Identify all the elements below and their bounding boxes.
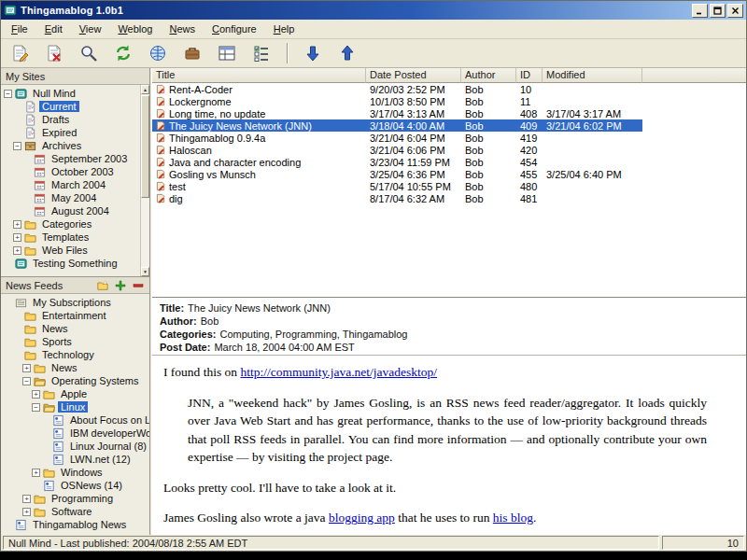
table-row-haloscan[interactable]: Haloscan3/21/04 6:06 PMBob420 [152,144,642,156]
tree-item-ibm-developerworks-lin[interactable]: IBM developerWorks Lin [1,427,149,440]
tree-item-august-2004[interactable]: August 2004 [1,204,140,217]
tree-item-archives[interactable]: −Archives [1,139,140,152]
maximize-button[interactable] [710,4,726,18]
expand-icon[interactable]: + [13,220,21,229]
menu-file[interactable]: File [3,21,36,37]
previous-unread-button[interactable] [334,41,360,65]
expand-icon[interactable]: + [13,233,21,242]
scroll-down-button[interactable]: ▼ [141,267,149,276]
tree-item-technology[interactable]: Technology [1,348,149,361]
tree-item-osnews-14[interactable]: OSNews (14) [1,479,149,492]
tree-item-label: OSNews (14) [58,480,125,491]
menu-news[interactable]: News [161,21,204,37]
tree-item-windows[interactable]: +Windows [1,466,149,479]
calendar-icon [34,192,46,204]
detail-value: Bob [201,315,219,327]
tree-item-march-2004[interactable]: March 2004 [1,178,140,191]
column-header-title[interactable]: Title [152,68,366,83]
body-paragraph-2: JNN, a "weekend hack" by James Gosling, … [188,394,707,467]
close-button[interactable] [727,4,743,18]
weblog-tools-button[interactable] [179,41,205,65]
scroll-up-button[interactable]: ▲ [141,85,149,94]
collapse-icon[interactable]: − [13,142,21,150]
publish-button[interactable] [145,41,171,65]
entry-icon [156,120,166,131]
table-row-test[interactable]: test5/17/04 10:55 PMBob480 [152,180,642,192]
tree-item-null-mind[interactable]: −Null Mind [1,87,140,100]
tree-item-programming[interactable]: +Programming [1,492,149,505]
expand-icon[interactable]: + [32,390,40,399]
body-link-blogging-app[interactable]: blogging app [329,511,395,525]
table-row-long-time-no-update[interactable]: Long time, no update3/17/04 3:13 AMBob40… [152,107,642,119]
table-row-thingamablog-0-9-4a[interactable]: Thingamablog 0.9.4a3/21/04 6:04 PMBob419 [152,132,642,144]
collapse-icon[interactable]: − [22,377,31,385]
column-header-id[interactable]: ID [516,68,543,83]
body-link-http-community-java-net-javadesktop[interactable]: http://community.java.net/javadesktop/ [241,365,438,379]
add-feed-button[interactable] [113,279,127,292]
tree-item-about-focus-on-linux[interactable]: About Focus on Linux [1,413,149,427]
tree-item-operating-systems[interactable]: −Operating Systems [1,374,149,387]
tree-item-news[interactable]: +News [1,361,149,374]
new-folder-button[interactable] [95,279,109,292]
tree-item-templates[interactable]: +Templates [1,231,140,244]
menu-help[interactable]: Help [265,21,303,37]
expand-icon[interactable]: + [22,495,31,503]
news-feeds-actions [95,279,145,292]
view-layout-button[interactable] [214,41,240,65]
my-sites-scrollbar[interactable]: ▲ ▼ [140,85,149,276]
update-feeds-button[interactable] [110,41,136,65]
tree-item-news[interactable]: News [1,322,149,335]
tree-item-may-2004[interactable]: May 2004 [1,191,140,204]
tree-item-current[interactable]: Current [1,100,140,113]
collapse-icon[interactable]: − [32,403,40,412]
menu-weblog[interactable]: Weblog [109,21,161,37]
tree-item-september-2003[interactable]: September 2003 [1,152,140,165]
tree-item-my-subscriptions[interactable]: My Subscriptions [1,296,149,309]
body-link-his-blog[interactable]: his blog [493,511,533,525]
table-row-the-juicy-news-network-jnn[interactable]: The Juicy News Network (JNN)3/18/04 4:00… [152,119,642,132]
expand-icon[interactable]: + [32,469,40,477]
tree-item-software[interactable]: +Software [1,505,149,518]
scroll-thumb[interactable] [141,95,149,198]
tree-item-testing-something[interactable]: Testing Something [1,257,140,270]
remove-feed-button[interactable] [131,279,145,292]
menu-view[interactable]: View [71,21,110,37]
expand-icon[interactable]: + [22,508,31,516]
column-header-modified[interactable]: Modified [543,68,642,83]
tree-item-entertainment[interactable]: Entertainment [1,309,149,322]
expand-icon[interactable]: + [22,364,31,372]
collapse-icon[interactable]: − [4,90,12,98]
tree-item-linux-journal-8[interactable]: Linux Journal (8) [1,440,149,453]
menu-edit[interactable]: Edit [36,21,71,37]
find-button[interactable] [76,41,102,65]
tree-item-apple[interactable]: +Apple [1,387,149,400]
new-entry-button[interactable] [7,41,33,65]
tree-item-categories[interactable]: +Categories [1,217,140,231]
tree-item-lwn-net-12[interactable]: LWN.net (12) [1,453,149,466]
content-area: TitleDate PostedAuthorIDModified Rent-A-… [152,68,746,535]
tree-item-web-files[interactable]: +Web Files [1,244,140,257]
titlebar[interactable]: Thingamablog 1.0b1 [1,1,746,20]
table-row-rent-a-coder[interactable]: Rent-A-Coder9/20/03 2:52 PMBob10 [152,83,642,95]
tree-item-october-2003[interactable]: October 2003 [1,165,140,178]
expand-icon[interactable]: + [13,246,21,255]
column-header-author[interactable]: Author [461,68,516,83]
table-row-lockergnome[interactable]: Lockergnome10/1/03 8:50 PMBob11 [152,95,642,107]
minimize-button[interactable] [692,4,708,18]
menu-configure[interactable]: Configure [204,21,265,37]
tree-item-sports[interactable]: Sports [1,335,149,348]
cell-title: Lockergnome [152,96,366,107]
tree-item-linux[interactable]: −Linux [1,400,149,413]
tree-item-expired[interactable]: Expired [1,126,140,139]
entry-options-button[interactable] [248,41,275,65]
entry-icon [156,145,166,155]
tree-item-thingamablog-news[interactable]: Thingamablog News [1,518,149,531]
table-row-gosling-vs-munsch[interactable]: Gosling vs Munsch3/25/04 6:36 PMBob4553/… [152,168,642,180]
next-unread-button[interactable] [300,41,326,65]
column-header-date-posted[interactable]: Date Posted [366,68,461,83]
tree-item-drafts[interactable]: Drafts [1,113,140,126]
delete-entry-button[interactable] [41,41,67,65]
table-row-dig[interactable]: dig8/17/04 6:32 AMBob481 [152,192,642,204]
table-row-java-and-character-encoding[interactable]: Java and character encoding3/23/04 11:59… [152,156,642,168]
find-icon [79,44,98,63]
